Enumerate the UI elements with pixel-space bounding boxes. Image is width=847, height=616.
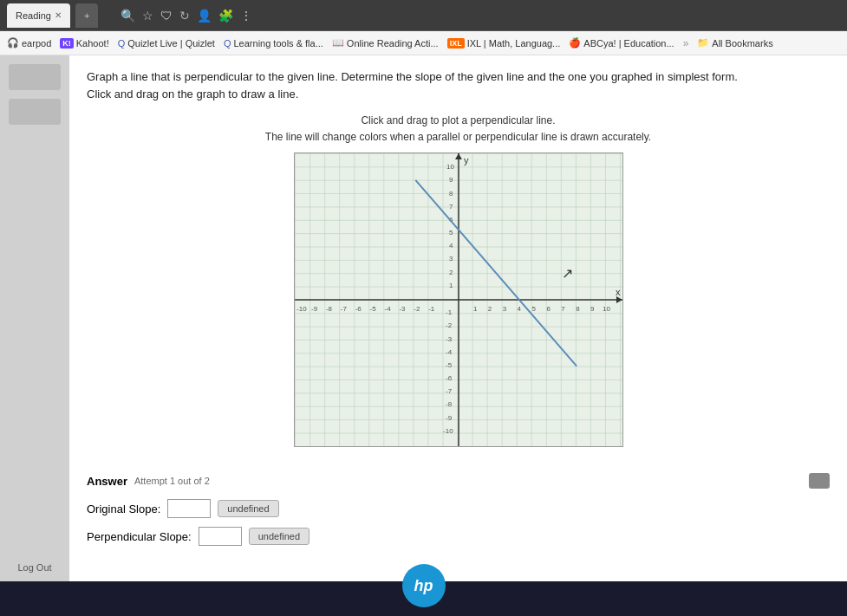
svg-text:2: 2	[487, 305, 492, 313]
shield-icon: 🛡	[160, 9, 173, 23]
svg-text:-1: -1	[446, 308, 453, 316]
svg-text:7: 7	[561, 305, 565, 313]
svg-text:-1: -1	[428, 305, 435, 313]
learning-icon: Q	[224, 38, 231, 49]
star-icon[interactable]: ☆	[142, 9, 153, 23]
taskbar: hp	[0, 581, 847, 616]
perpendicular-slope-row: Perpendicular Slope: undefined	[87, 527, 830, 546]
sidebar: Log Out	[0, 55, 69, 585]
tab-label: Reading	[16, 10, 51, 21]
attempt-text: Attempt 1 out of 2	[134, 476, 210, 486]
graph-instructions: Click and drag to plot a perpendicular l…	[87, 113, 830, 146]
graph-container[interactable]: x y -10 -9 -8 -7 -6 -5 -4 -3 -2 -1 1 2 3…	[87, 152, 830, 447]
svg-text:1: 1	[449, 282, 453, 289]
svg-text:2: 2	[449, 269, 453, 277]
svg-text:10: 10	[446, 163, 454, 171]
perpendicular-slope-submit[interactable]: undefined	[249, 528, 309, 545]
account-icon[interactable]: 👤	[197, 9, 212, 23]
svg-text:-7: -7	[446, 388, 453, 396]
menu-icon[interactable]: ⋮	[240, 9, 252, 23]
original-slope-row: Original Slope: undefined	[87, 499, 830, 518]
sidebar-block-1	[9, 64, 61, 90]
svg-text:-6: -6	[355, 305, 362, 313]
svg-text:7: 7	[449, 203, 453, 211]
svg-text:-7: -7	[340, 305, 347, 313]
puzzle-icon[interactable]: 🧩	[218, 9, 233, 23]
original-slope-label: Original Slope:	[87, 503, 160, 515]
earpod-icon: 🎧	[7, 37, 19, 49]
svg-text:-8: -8	[325, 305, 332, 313]
abcya-icon: 🍎	[569, 37, 581, 49]
tab-icon: +	[84, 10, 89, 21]
main-panel: Graph a line that is perpendicular to th…	[69, 55, 847, 585]
svg-text:9: 9	[449, 176, 453, 184]
browser-tabs: Reading ✕ + 🔍 ☆ 🛡 ↻ 👤 🧩 ⋮	[0, 0, 847, 31]
hp-logo: hp	[402, 564, 446, 607]
svg-text:4: 4	[517, 305, 521, 313]
svg-text:-10: -10	[296, 305, 307, 313]
svg-text:8: 8	[576, 305, 580, 313]
svg-text:-3: -3	[446, 335, 453, 343]
ixl-icon: IXL	[447, 38, 465, 49]
cursor-indicator: ↗	[562, 267, 573, 282]
active-tab[interactable]: Reading ✕	[7, 3, 70, 28]
x-axis-label: x	[615, 287, 620, 297]
svg-text:5: 5	[449, 230, 453, 237]
sidebar-block-2	[9, 99, 61, 125]
svg-text:3: 3	[449, 256, 453, 263]
bookmarks-bar: 🎧 earpod K! Kahoot! Q Quizlet Live | Qui…	[0, 31, 847, 55]
more-bookmarks-indicator: »	[683, 37, 689, 49]
bookmark-abcya[interactable]: 🍎 ABCya! | Education...	[569, 37, 674, 49]
logout-button[interactable]: Log Out	[14, 559, 55, 576]
svg-text:3: 3	[502, 305, 506, 313]
svg-text:10: 10	[603, 305, 610, 313]
video-icon[interactable]	[809, 473, 830, 489]
svg-text:-2: -2	[414, 305, 420, 313]
svg-text:-6: -6	[446, 375, 453, 383]
bookmark-all[interactable]: 📁 All Bookmarks	[697, 37, 772, 49]
svg-text:-9: -9	[311, 305, 318, 313]
original-slope-submit[interactable]: undefined	[218, 500, 278, 517]
reading-icon: 📖	[332, 37, 344, 49]
bookmark-learning-tools[interactable]: Q Learning tools & fla...	[224, 38, 323, 49]
answer-section: Answer Attempt 1 out of 2 Original Slope…	[87, 464, 830, 563]
instructions: Graph a line that is perpendicular to th…	[87, 68, 830, 102]
instruction-line2: Click and drag on the graph to draw a li…	[87, 88, 298, 101]
bookmark-kahoot[interactable]: K! Kahoot!	[60, 38, 108, 49]
bookmark-earpod[interactable]: 🎧 earpod	[7, 37, 51, 49]
original-slope-input[interactable]	[167, 499, 211, 518]
graph-instruction-2: The line will change colors when a paral…	[87, 129, 830, 146]
answer-header: Answer Attempt 1 out of 2	[87, 473, 830, 489]
refresh-icon[interactable]: ↻	[179, 9, 190, 23]
svg-text:6: 6	[546, 305, 551, 313]
browser-controls: 🔍 ☆ 🛡 ↻ 👤 🧩 ⋮	[103, 9, 252, 23]
quizlet-icon: Q	[118, 38, 126, 49]
svg-text:-4: -4	[446, 348, 453, 356]
svg-text:-3: -3	[399, 305, 406, 313]
perpendicular-slope-label: Perpendicular Slope:	[87, 530, 192, 543]
svg-text:-5: -5	[369, 305, 376, 313]
close-icon[interactable]: ✕	[55, 10, 62, 20]
svg-text:4: 4	[449, 243, 453, 250]
svg-text:-8: -8	[446, 401, 453, 409]
search-icon: 🔍	[121, 9, 135, 23]
svg-text:-2: -2	[446, 321, 453, 329]
answer-label: Answer	[87, 475, 127, 488]
folder-icon: 📁	[697, 37, 709, 49]
svg-text:5: 5	[531, 305, 536, 313]
perpendicular-slope-input[interactable]	[199, 527, 242, 546]
inactive-tab[interactable]: +	[75, 3, 98, 28]
instruction-line1: Graph a line that is perpendicular to th…	[87, 70, 738, 83]
bookmark-quizlet[interactable]: Q Quizlet Live | Quizlet	[118, 38, 215, 49]
svg-text:9: 9	[590, 305, 595, 313]
svg-text:1: 1	[472, 305, 477, 313]
kahoot-icon: K!	[60, 38, 74, 49]
svg-text:-5: -5	[446, 361, 453, 369]
coordinate-graph[interactable]: x y -10 -9 -8 -7 -6 -5 -4 -3 -2 -1 1 2 3…	[294, 152, 623, 447]
graph-instruction-1: Click and drag to plot a perpendicular l…	[87, 113, 830, 129]
bookmark-ixl[interactable]: IXL IXL | Math, Languag...	[447, 38, 561, 49]
svg-text:-4: -4	[384, 305, 391, 313]
svg-text:-10: -10	[443, 427, 453, 435]
svg-text:8: 8	[449, 190, 453, 198]
bookmark-online-reading[interactable]: 📖 Online Reading Acti...	[332, 37, 439, 49]
